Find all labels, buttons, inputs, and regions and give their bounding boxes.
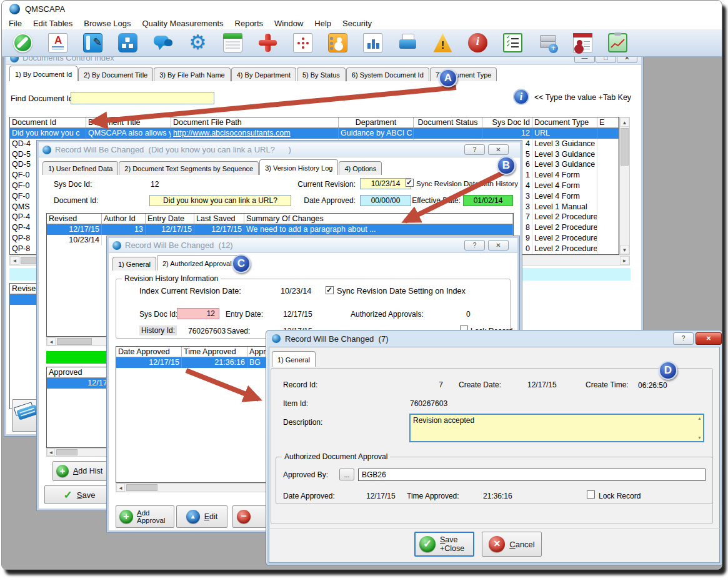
col-e[interactable]: E xyxy=(597,117,619,127)
tab-user-defined-data[interactable]: 1) User Defined Data xyxy=(42,161,118,175)
documents-table-header[interactable]: Document Id Document Title Document File… xyxy=(10,117,619,128)
c-sys-doc-id-label: Sys Doc Id: xyxy=(139,310,177,319)
col-sys-doc-id[interactable]: Sys Doc Id xyxy=(482,117,532,127)
add-approval-button[interactable]: + Add Approval xyxy=(116,505,174,528)
contacts-book-icon[interactable] xyxy=(328,33,347,52)
dialog-d-help-button[interactable]: ? xyxy=(673,332,694,345)
save-button[interactable]: ✓ Save xyxy=(44,485,114,504)
dialog-c-titlebar[interactable]: Record Will Be Changed (12) xyxy=(109,238,517,253)
table-row[interactable]: 12/17/151312/17/1512/17/15We need to add… xyxy=(47,224,513,235)
tab-options[interactable]: 4) Options xyxy=(339,161,382,175)
col-document-type[interactable]: Document Type xyxy=(532,117,597,127)
find-document-id-input[interactable] xyxy=(71,92,214,104)
dialog-d-titlebar[interactable]: Record Will Be Changed (7) xyxy=(266,330,722,347)
dialog-b-help-button[interactable]: ? xyxy=(464,144,485,155)
org-chart-icon[interactable] xyxy=(118,33,137,52)
col-author-id[interactable]: Author Id xyxy=(102,214,146,224)
version-history-header[interactable]: Revised Author Id Entry Date Last Saved … xyxy=(47,214,513,224)
table-row[interactable]: Did you know you cQMSCAPA also allows yh… xyxy=(10,128,619,139)
tab-general[interactable]: 1) General xyxy=(112,257,156,271)
description-textarea[interactable]: Revision accepted ▲ ▼ xyxy=(409,414,704,442)
doc-window-titlebar[interactable]: Documents Control Index xyxy=(6,57,641,65)
person-card-icon[interactable] xyxy=(573,33,592,52)
warning-icon[interactable] xyxy=(433,33,452,52)
col-last-saved[interactable]: Last Saved xyxy=(194,214,244,224)
col-document-status[interactable]: Document Status xyxy=(414,117,482,127)
tab-document-text-segments[interactable]: 2) Document Text Segments by Sequence xyxy=(119,161,259,175)
auth-approvals-label: Authorized Approvals: xyxy=(351,310,424,319)
tab-by-department[interactable]: 4) By Department xyxy=(231,67,296,81)
menu-quality-measurements[interactable]: Quality Measurements xyxy=(136,17,229,29)
dialog-b-close-button[interactable]: ✕ xyxy=(488,144,509,155)
col-document-file-path[interactable]: Document File Path xyxy=(171,117,339,127)
dialog-b-titlebar[interactable]: Record Will Be Changed (Did you know you… xyxy=(39,142,520,157)
scroll-down-icon[interactable]: ▼ xyxy=(697,435,702,440)
menu-security[interactable]: Security xyxy=(337,17,377,29)
chat-icon[interactable] xyxy=(153,33,172,52)
sync-revision-checkbox[interactable] xyxy=(406,179,414,187)
cancel-button[interactable]: ✕ Cancel xyxy=(482,532,542,557)
menu-edit-tables[interactable]: Edit Tables xyxy=(27,17,78,29)
notebook-edit-icon[interactable] xyxy=(83,33,102,52)
table-cell-e xyxy=(597,212,619,222)
chart-document-icon[interactable] xyxy=(363,33,382,52)
add-history-label: Add Hist xyxy=(73,467,102,475)
settings-gear-icon[interactable]: ⚙ xyxy=(188,33,207,52)
menu-help[interactable]: Help xyxy=(309,17,337,29)
col-summary[interactable]: Summary Of Changes xyxy=(244,214,513,224)
date-approved-field[interactable]: 00/00/00 xyxy=(360,195,411,206)
tab-d-general[interactable]: 1) General xyxy=(272,351,316,367)
c-sys-doc-id-field[interactable]: 12 xyxy=(177,308,219,319)
menu-reports[interactable]: Reports xyxy=(229,17,269,29)
effective-date-field[interactable]: 01/02/14 xyxy=(463,195,513,206)
col-entry-date[interactable]: Entry Date xyxy=(146,214,194,224)
tab-by-status[interactable]: 5) By Status xyxy=(297,67,346,81)
tab-by-document-id[interactable]: 1) By Document Id xyxy=(9,66,77,81)
col-date-approved[interactable]: Date Approved xyxy=(116,347,182,357)
col-department[interactable]: Department xyxy=(339,117,414,127)
scroll-up-icon[interactable]: ▲ xyxy=(697,416,702,420)
documents-vscrollbar[interactable]: ▲ ▼ xyxy=(619,117,630,255)
tab-system-document-id[interactable]: 6) System Document Id xyxy=(346,67,429,81)
dialog-d-close-button[interactable]: ✕ xyxy=(696,332,722,345)
doc-window-title: Documents Control Index xyxy=(22,57,114,62)
edit-button[interactable]: ▲ Edit xyxy=(176,505,227,528)
dialog-c-help-button[interactable]: ? xyxy=(464,240,485,251)
info-icon[interactable] xyxy=(468,33,487,52)
approved-by-input[interactable]: BGB26 xyxy=(358,469,706,481)
record-id-label: Record Id: xyxy=(283,380,317,389)
add-history-button[interactable]: + Add Hist xyxy=(52,461,115,481)
description-text: Revision accepted xyxy=(413,416,474,425)
tab-by-document-title[interactable]: 2) By Document Title xyxy=(78,67,153,81)
col-document-id[interactable]: Document Id xyxy=(10,117,86,127)
maximize-icon[interactable]: □ xyxy=(596,57,616,63)
tab-version-history-log[interactable]: 3) Version History Log xyxy=(259,159,338,175)
checklist-icon[interactable] xyxy=(503,33,522,52)
tab-authorized-approvals[interactable]: 2) Authorized Approvals xyxy=(157,255,241,271)
database-add-icon[interactable]: + xyxy=(538,33,557,52)
close-icon[interactable]: ✕ xyxy=(617,57,637,63)
d-lock-record-checkbox[interactable] xyxy=(587,490,595,499)
table-cell-e xyxy=(597,139,619,149)
browse-approver-button[interactable]: ... xyxy=(339,469,354,480)
save-close-button[interactable]: ✓ Save +Close xyxy=(414,532,474,557)
document-id-field[interactable]: Did you know you can link a URL? xyxy=(149,195,291,206)
col-document-title[interactable]: Document Title xyxy=(86,117,171,127)
current-revision-field[interactable]: 10/23/14 xyxy=(360,178,411,189)
adobe-document-icon[interactable] xyxy=(48,33,67,52)
minimize-icon[interactable]: — xyxy=(574,57,595,63)
clipboard-chart-icon[interactable] xyxy=(608,33,627,52)
menu-file[interactable]: File xyxy=(3,17,27,29)
menu-browse-logs[interactable]: Browse Logs xyxy=(78,17,136,29)
sync-index-checkbox[interactable] xyxy=(326,286,334,294)
dialog-c-close-button[interactable]: ✕ xyxy=(488,240,509,251)
block-icon[interactable] xyxy=(13,33,32,52)
calendar-icon[interactable] xyxy=(223,33,242,52)
tab-by-file-path-name[interactable]: 3) By File Path Name xyxy=(154,67,231,81)
col-time-approved[interactable]: Time Approved xyxy=(182,347,247,357)
menu-window[interactable]: Window xyxy=(269,17,309,29)
printer-icon[interactable] xyxy=(398,33,417,52)
dots-document-icon[interactable] xyxy=(293,33,312,52)
add-plus-icon[interactable] xyxy=(258,33,277,52)
col-revised[interactable]: Revised xyxy=(47,214,102,224)
